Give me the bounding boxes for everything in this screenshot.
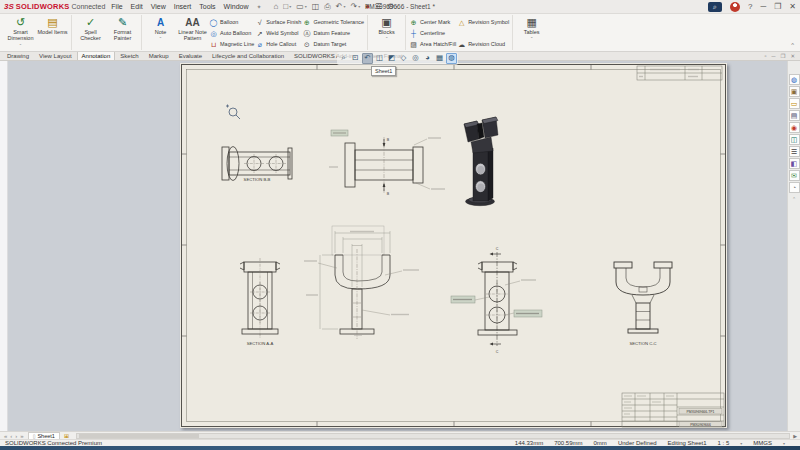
- view-palette-icon[interactable]: ▤: [789, 110, 800, 121]
- undo-button[interactable]: ↶▾: [336, 2, 346, 12]
- menu-view[interactable]: View: [151, 3, 166, 10]
- hole-callout-annotations[interactable]: [451, 280, 542, 317]
- datum-feature-button[interactable]: ⒶDatum Feature: [302, 28, 364, 38]
- menu-file[interactable]: File: [111, 3, 122, 10]
- scrollbar-thumb[interactable]: [79, 434, 199, 438]
- scroll-right-arrow-icon[interactable]: ▶: [793, 433, 800, 439]
- view-orientation-icon[interactable]: ◩: [386, 53, 397, 64]
- magnetic-line-button[interactable]: ⊔Magnetic Line: [209, 39, 254, 49]
- custom-properties-icon[interactable]: ☰: [789, 146, 800, 157]
- drawing-view-front-bottom[interactable]: [304, 226, 419, 339]
- center-mark-button[interactable]: ⊕Center Mark: [409, 17, 456, 27]
- 3dexperience-icon[interactable]: ◍: [789, 74, 800, 85]
- area-hatch-fill-button[interactable]: ▨Area Hatch/Fill: [409, 39, 456, 49]
- previous-view-icon[interactable]: ↶: [362, 53, 373, 64]
- format-painter-button[interactable]: ✎ Format Painter: [107, 15, 138, 42]
- apply-scene-icon[interactable]: ▦: [434, 53, 445, 64]
- featuremanager-collapsed-panel[interactable]: [0, 61, 8, 431]
- file-explorer-icon[interactable]: ▭: [789, 98, 800, 109]
- drawing-view-section-bb[interactable]: SECTION B-B: [222, 147, 292, 183]
- zoom-fit-icon[interactable]: ⌕: [338, 53, 349, 64]
- drawing-view-isometric[interactable]: [464, 117, 498, 206]
- model-items-button[interactable]: ▤ Model Items: [37, 15, 68, 35]
- scale-dropdown-caret-icon[interactable]: ▾: [740, 441, 742, 446]
- view-settings-icon[interactable]: ◍: [446, 53, 457, 64]
- user-avatar[interactable]: [730, 2, 740, 12]
- previous-sheet-button[interactable]: ‹: [10, 433, 12, 439]
- balloon-button[interactable]: ◯Balloon: [209, 17, 254, 27]
- tab-lifecycle-and-collaboration[interactable]: Lifecycle and Collaboration: [207, 51, 289, 60]
- weld-symbol-button[interactable]: ↗Weld Symbol: [255, 28, 301, 38]
- drawing-view-section-aa[interactable]: SECTION A-A: [240, 258, 280, 346]
- options-button[interactable]: ⚙▾: [387, 2, 397, 12]
- edit-appearance-icon[interactable]: ◕: [422, 53, 433, 64]
- revision-cloud-button[interactable]: ☁Revision Cloud: [457, 39, 509, 49]
- minimize-button[interactable]: ─: [760, 2, 766, 11]
- doc-restore-button[interactable]: ❐: [780, 52, 785, 60]
- hole-callout-button[interactable]: ⌀Hole Callout: [255, 39, 301, 49]
- surface-finish-button[interactable]: √Surface Finish: [255, 17, 301, 27]
- taskpane-collapse-chevron-icon[interactable]: ⌃: [792, 196, 796, 202]
- tab-view-layout[interactable]: View Layout: [34, 51, 77, 60]
- drawing-view-section-line-cc[interactable]: C C: [451, 247, 542, 354]
- add-sheet-button[interactable]: ⊞: [60, 432, 73, 439]
- zoom-area-icon[interactable]: ⊡: [350, 53, 361, 64]
- open-button[interactable]: ▭▾: [296, 2, 307, 12]
- geometric-tolerance-button[interactable]: ⊕Geometric Tolerance: [302, 17, 364, 27]
- messages-icon[interactable]: ✉: [789, 170, 800, 181]
- tab-markup[interactable]: Markup: [144, 51, 174, 60]
- datum-target-button[interactable]: ⊙Datum Target: [302, 39, 364, 49]
- auto-balloon-button[interactable]: ◎Auto Balloon: [209, 28, 254, 38]
- centerline-button[interactable]: ┼Centerline: [409, 28, 456, 38]
- tables-button[interactable]: ▦ Tables ⌄: [516, 15, 547, 39]
- print-button[interactable]: ⎙: [324, 2, 330, 12]
- redo-button[interactable]: ↷▾: [350, 2, 360, 12]
- appearances-icon[interactable]: ◉: [789, 122, 800, 133]
- title-block[interactable]: PMX0969666-TP1 PMX0969666: [622, 393, 724, 427]
- first-sheet-button[interactable]: «: [4, 433, 7, 439]
- drawing-view-section-cc[interactable]: SECTION C-C: [614, 262, 672, 346]
- menu-window[interactable]: Window: [224, 3, 249, 10]
- sheet-format-pane-icon[interactable]: ◧: [789, 158, 800, 169]
- close-button[interactable]: ✕: [789, 2, 796, 11]
- horizontal-scrollbar[interactable]: [76, 433, 790, 439]
- hide-show-items-icon[interactable]: ◎: [410, 53, 421, 64]
- 3dexperience-search-button[interactable]: ⌕: [708, 2, 722, 12]
- menu-tools[interactable]: Tools: [199, 3, 215, 10]
- menu-insert[interactable]: Insert: [174, 3, 192, 10]
- design-library-icon[interactable]: ▣: [789, 86, 800, 97]
- ribbon-collapse-chevron-icon[interactable]: ^: [791, 42, 798, 50]
- file-properties-button[interactable]: ☰: [375, 2, 382, 12]
- tab-evaluate[interactable]: Evaluate: [174, 51, 207, 60]
- restore-button[interactable]: ❐: [774, 2, 781, 11]
- revision-symbol-button[interactable]: △Revision Symbol: [457, 17, 509, 27]
- doc-close-button[interactable]: ✕: [790, 52, 795, 60]
- next-sheet-button[interactable]: ›: [15, 433, 17, 439]
- doc-dock-icon[interactable]: ▫: [765, 52, 767, 60]
- menu-edit[interactable]: Edit: [131, 3, 143, 10]
- doc-minimize-button[interactable]: ─: [772, 52, 776, 60]
- units-dropdown-caret-icon[interactable]: ▾: [783, 441, 785, 446]
- drawing-view-front-top[interactable]: B B: [329, 130, 445, 196]
- spell-checker-button[interactable]: ✓ Spell Checker: [75, 15, 106, 42]
- scenes-icon[interactable]: ◫: [789, 134, 800, 145]
- resources-icon[interactable]: ◔: [789, 182, 800, 193]
- drawing-sheet[interactable]: SECTION B-B B B: [180, 63, 727, 428]
- blocks-button[interactable]: ▣ Blocks ⌄: [371, 15, 402, 39]
- display-style-icon[interactable]: ◇: [398, 53, 409, 64]
- help-button[interactable]: ?: [748, 2, 752, 11]
- last-sheet-button[interactable]: »: [20, 433, 23, 439]
- note-button[interactable]: A Note ⌄: [145, 15, 176, 39]
- new-document-button[interactable]: □▾: [283, 2, 291, 12]
- smart-dimension-button[interactable]: ↺ Smart Dimension ⌄: [5, 15, 36, 46]
- linear-note-pattern-button[interactable]: AA Linear Note Pattern: [177, 15, 208, 42]
- save-button[interactable]: ◫: [312, 2, 320, 12]
- tab-annotation[interactable]: Annotation: [77, 51, 116, 60]
- rebuild-button[interactable]: ●: [365, 2, 370, 12]
- section-view-icon[interactable]: ◫: [374, 53, 385, 64]
- revision-table[interactable]: [637, 66, 722, 80]
- home-button[interactable]: ⌂: [274, 2, 279, 12]
- tab-sketch[interactable]: Sketch: [115, 51, 143, 60]
- pin-menu-icon[interactable]: ✦: [256, 3, 261, 10]
- tab-drawing[interactable]: Drawing: [2, 51, 34, 60]
